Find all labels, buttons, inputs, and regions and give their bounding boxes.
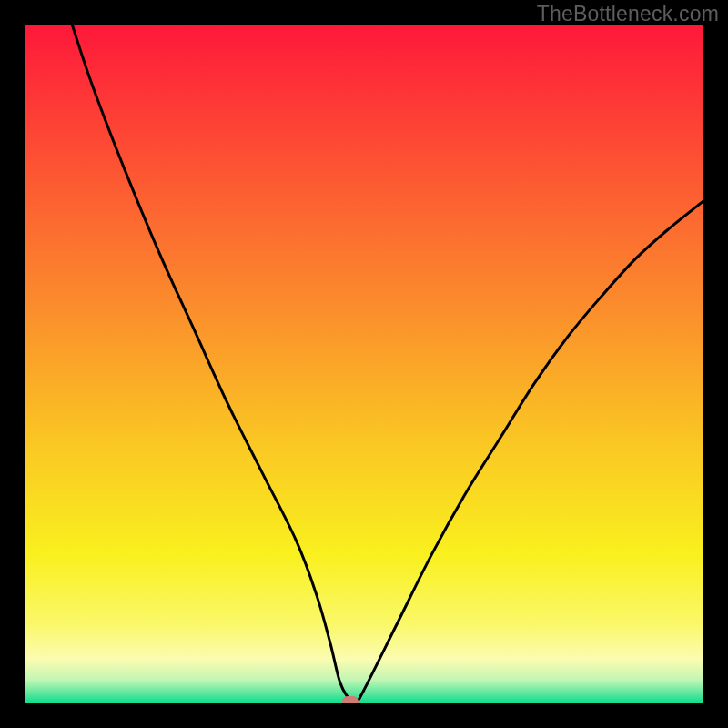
optimal-point-marker — [342, 696, 359, 703]
bottleneck-curve — [25, 25, 703, 703]
watermark-text: TheBottleneck.com — [537, 2, 719, 26]
chart-frame: TheBottleneck.com — [0, 0, 728, 728]
plot-area — [25, 25, 703, 703]
